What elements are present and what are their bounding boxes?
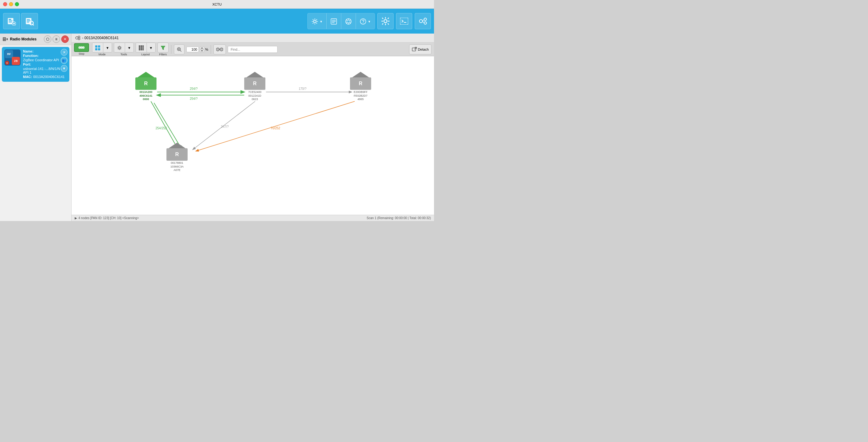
layout-icon	[138, 45, 144, 51]
tools-button[interactable]: ▼ Tools	[114, 42, 134, 56]
label-247: 247/?	[221, 125, 229, 128]
zoom-down-button[interactable]: ▼	[200, 49, 204, 52]
detach-label: Detach	[418, 47, 429, 51]
stop-icon	[78, 44, 85, 51]
label-254-left: 254/?	[190, 97, 197, 100]
svg-point-69	[221, 48, 222, 50]
svg-line-42	[78, 37, 79, 38]
mac-label: MAC:	[23, 75, 32, 79]
svg-rect-37	[3, 40, 5, 40]
node-3[interactable]: R E20DB9FFFE02B2D74865	[350, 72, 371, 101]
svg-point-32	[424, 22, 427, 24]
device-close-button[interactable]: ✕	[61, 49, 67, 56]
left-panel: Radio Modules ⬡ ≡ ✕ RF ZB C Name: Fun	[0, 34, 71, 221]
layout-main-btn[interactable]	[136, 43, 147, 53]
device-expand-button[interactable]: ▼	[61, 65, 67, 72]
panel-title-text: Radio Modules	[10, 37, 36, 41]
svg-rect-38	[6, 38, 8, 40]
mode-btn-group: ▼	[92, 42, 112, 53]
binoculars-icon	[216, 47, 223, 52]
svg-line-34	[423, 22, 424, 22]
mode-main-btn[interactable]	[92, 43, 103, 53]
network-icon	[419, 17, 427, 25]
node-3-label: E20DB9FFFE02B2D74865	[354, 91, 368, 101]
settings-icon	[381, 17, 390, 25]
node-coordinator-label: 0013A200406C61410000	[140, 91, 152, 101]
node-2[interactable]: R 7CE524000012241D0623	[244, 72, 266, 101]
network-button[interactable]	[415, 13, 431, 29]
svg-line-9	[33, 24, 34, 26]
network-header: - 0013A200406C6141	[71, 34, 434, 42]
tools-main-btn[interactable]	[114, 43, 125, 53]
window-title: XCTU	[213, 2, 222, 6]
zoom-up-button[interactable]: ▲	[200, 46, 204, 49]
svg-line-23	[346, 22, 347, 23]
main-layout: Radio Modules ⬡ ≡ ✕ RF ZB C Name: Fun	[0, 34, 434, 221]
port-value: usbserial-141 -...8/N/1/N - API 1	[23, 67, 67, 74]
close-button[interactable]	[3, 2, 7, 6]
svg-point-31	[424, 18, 427, 21]
search-module-button[interactable]	[21, 13, 38, 29]
device-info: Name: Function: ZigBee Coordinator API P…	[23, 49, 67, 79]
layout-label: Layout	[141, 53, 150, 56]
modules-list-button[interactable]: ⬡	[44, 35, 51, 43]
log-button[interactable]	[327, 13, 341, 29]
device-share-button[interactable]: 👥	[61, 57, 67, 64]
console-button[interactable]	[341, 13, 356, 29]
function-value: ZigBee Coordinator API	[23, 58, 59, 62]
find-button[interactable]	[213, 44, 226, 55]
function-label: Function:	[23, 54, 38, 58]
mode-dropdown-btn[interactable]: ▼	[103, 43, 112, 53]
filters-main-btn[interactable]	[157, 42, 168, 53]
node4-r-label: R	[175, 152, 179, 157]
node-4[interactable]: R 0017880110366C3AA07E	[166, 143, 188, 172]
stop-button[interactable]: Stop	[74, 43, 89, 55]
svg-rect-1	[9, 19, 11, 20]
node-2-label: 7CE524000012241D0623	[248, 91, 261, 101]
device-card-actions: ✕ 👥 ▼	[61, 49, 67, 72]
minimize-button[interactable]	[9, 2, 13, 6]
expand-arrow[interactable]: ▶	[75, 216, 77, 220]
mode-button[interactable]: ▼ Mode	[92, 42, 112, 56]
svg-line-24	[346, 20, 347, 21]
layout-dropdown-btn[interactable]: ▼	[147, 43, 155, 53]
device-name-row: Name:	[23, 49, 67, 53]
svg-point-65	[216, 48, 219, 51]
separator-2	[211, 45, 211, 54]
svg-line-62	[180, 50, 181, 52]
svg-rect-52	[139, 45, 140, 47]
filters-icon	[160, 45, 166, 50]
zb-part: ZB	[12, 57, 20, 65]
zoom-fit-button[interactable]	[174, 44, 185, 55]
svg-rect-56	[141, 47, 142, 49]
port-label: Port:	[23, 63, 31, 66]
svg-rect-28	[400, 18, 408, 25]
device-port-value-row: usbserial-141 -...8/N/1/N - API 1	[23, 67, 67, 74]
settings-button[interactable]	[377, 13, 394, 29]
device-function-row: Function:	[23, 54, 67, 58]
sort-button[interactable]: ≡	[53, 35, 60, 43]
detach-button[interactable]: Detach	[409, 44, 432, 55]
zoom-input[interactable]	[186, 47, 199, 52]
device-function-value-row: ZigBee Coordinator API	[23, 58, 67, 62]
svg-point-66	[220, 48, 223, 51]
node-coordinator[interactable]: R 0013A200406C61410000	[135, 72, 156, 101]
help-button[interactable]: ▼	[356, 13, 375, 29]
layout-button[interactable]: ▼ Layout	[136, 42, 156, 56]
config-button[interactable]: ▼	[308, 13, 327, 29]
svg-rect-10	[27, 19, 30, 20]
help-icon	[360, 18, 367, 25]
help-dropdown-arrow: ▼	[368, 20, 371, 23]
tools-icon	[117, 45, 122, 51]
tools-dropdown-arrow: ▼	[319, 20, 322, 23]
search-input[interactable]	[228, 46, 278, 53]
terminal-button[interactable]	[396, 13, 412, 29]
close-panel-button[interactable]: ✕	[61, 35, 69, 43]
tools-dropdown-btn[interactable]: ▼	[125, 43, 133, 53]
maximize-button[interactable]	[15, 2, 19, 6]
node-house-coordinator: R	[135, 72, 156, 90]
add-module-button[interactable]	[3, 13, 20, 29]
device-card: RF ZB C Name: Function: ZigBee Coordinat…	[2, 47, 69, 82]
coord-r-label: R	[144, 81, 148, 87]
filters-button[interactable]: Filters	[157, 42, 168, 56]
